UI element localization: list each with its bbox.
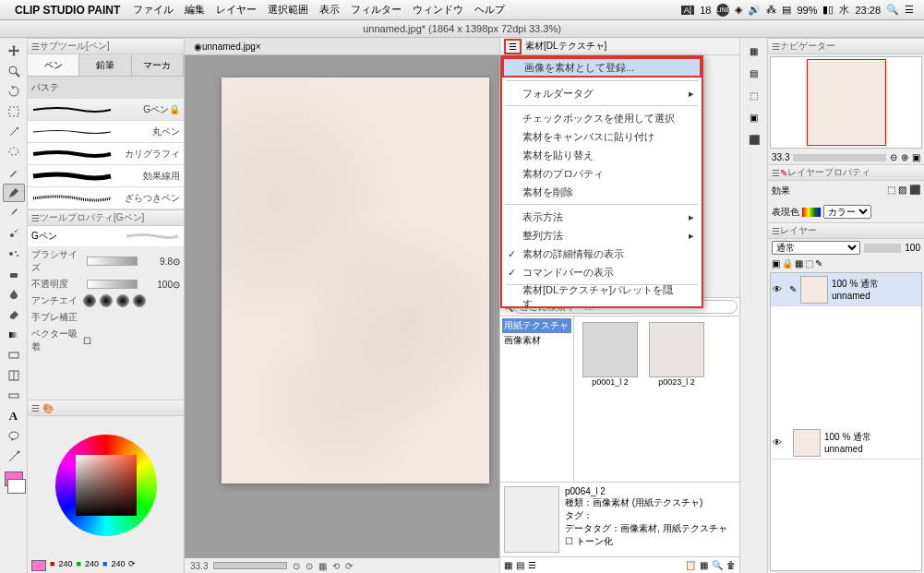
- menu-folder-tag[interactable]: フォルダータグ▸: [502, 84, 702, 102]
- prop-antialias[interactable]: アンチエイ: [28, 292, 184, 309]
- tool-text[interactable]: A: [3, 407, 25, 425]
- brush-gpen[interactable]: Gペン🔒: [28, 99, 184, 121]
- mat-tool-icon[interactable]: 🗑: [726, 560, 736, 570]
- tool-blend[interactable]: [3, 285, 25, 304]
- tool-brush[interactable]: [3, 204, 25, 222]
- menu-hide-palette[interactable]: 素材[DLテクスチャ]パレットを隠す: [502, 288, 702, 306]
- layer-opacity-slider[interactable]: [864, 244, 901, 253]
- nav-slider[interactable]: [793, 154, 886, 161]
- layer-tool-icon[interactable]: ▦: [795, 258, 803, 269]
- tool-rotate[interactable]: [3, 82, 25, 101]
- color-swatch[interactable]: [31, 560, 46, 571]
- mat-tool-icon[interactable]: 📋: [685, 560, 696, 570]
- menu-register-material[interactable]: 画像を素材として登録...: [502, 57, 702, 78]
- menu-show-detail[interactable]: ✓素材の詳細情報の表示: [502, 245, 702, 263]
- footer-icon[interactable]: ⟲: [332, 561, 340, 571]
- menu-view-method[interactable]: 表示方法▸: [502, 208, 702, 226]
- tool-marquee[interactable]: [3, 102, 25, 121]
- visibility-icon[interactable]: 👁: [773, 284, 786, 294]
- tool-correct[interactable]: [3, 448, 25, 466]
- tool-eraser[interactable]: [3, 265, 25, 283]
- tree-image-material[interactable]: 画像素材: [502, 333, 571, 348]
- menu-delete[interactable]: 素材を削除: [502, 183, 702, 201]
- footer-icon[interactable]: ⊙: [293, 561, 300, 571]
- mat-tool-icon[interactable]: ▤: [516, 560, 524, 570]
- menu-show-cmdbar[interactable]: ✓コマンドバーの表示: [502, 263, 702, 281]
- mat-tool-icon[interactable]: ▦: [504, 560, 512, 570]
- mat-tool-icon[interactable]: ▦: [700, 560, 708, 570]
- canvas-tab[interactable]: ◉ unnamed.jpg ×: [185, 38, 499, 55]
- layer-row[interactable]: 👁 100 % 通常unnamed: [771, 426, 921, 460]
- subtool-tab-pen[interactable]: ペン: [28, 54, 79, 76]
- prop-opacity[interactable]: 不透明度100⊙: [28, 276, 184, 292]
- layer-tool-icon[interactable]: ⬚: [805, 258, 813, 269]
- tool-lasso[interactable]: [3, 143, 25, 161]
- menu-properties[interactable]: 素材のプロパティ: [502, 164, 702, 183]
- tool-wand[interactable]: [3, 123, 25, 141]
- menu-checkbox-select[interactable]: チェックボックスを使用して選択: [502, 109, 702, 127]
- tool-decoration[interactable]: [3, 245, 25, 263]
- tool-frame[interactable]: [3, 366, 25, 385]
- tool-shape[interactable]: [3, 346, 25, 364]
- menu-paste-canvas[interactable]: 素材をキャンバスに貼り付け: [502, 127, 702, 146]
- zoom-in-icon[interactable]: ⊕: [901, 152, 908, 162]
- swatch-bg[interactable]: [7, 479, 26, 494]
- brush-rough[interactable]: ざらつきペン: [28, 187, 184, 209]
- material-thumb[interactable]: p0023_l 2: [646, 322, 707, 403]
- layer-tool-icon[interactable]: ✎: [815, 258, 822, 269]
- canvas[interactable]: [185, 55, 499, 558]
- tool-fill[interactable]: [3, 305, 25, 324]
- spotlight-icon[interactable]: 🔍: [886, 4, 899, 16]
- blend-mode-select[interactable]: 通常: [772, 241, 860, 255]
- layer-tool-icon[interactable]: ▣: [772, 258, 780, 269]
- prop-brushsize[interactable]: ブラシサイズ9.8⊙: [28, 246, 184, 276]
- brush-calli[interactable]: カリグラフィ: [28, 143, 184, 165]
- layer-tool-icon[interactable]: 🔒: [782, 258, 793, 269]
- visibility-icon[interactable]: 👁: [773, 437, 786, 448]
- prop-vector[interactable]: ベクター吸着☐: [28, 326, 184, 355]
- tool-ruler[interactable]: [3, 387, 25, 405]
- tool-balloon[interactable]: [3, 427, 25, 446]
- tool-pen[interactable]: [3, 184, 25, 202]
- brush-maru[interactable]: 丸ペン: [28, 121, 184, 143]
- footer-icon[interactable]: ▦: [318, 561, 327, 571]
- menu-file[interactable]: ファイル: [133, 3, 174, 17]
- app-name[interactable]: CLIP STUDIO PAINT: [15, 4, 120, 17]
- navigator-view[interactable]: [770, 56, 922, 149]
- quick-access[interactable]: ▤: [743, 64, 765, 82]
- tool-zoom[interactable]: [3, 62, 25, 80]
- layer-row[interactable]: 👁 ✎ 100 % 通常unnamed: [771, 273, 921, 306]
- subtool-tab-pencil[interactable]: 鉛筆: [79, 54, 131, 76]
- menu-sort-method[interactable]: 整列方法▸: [502, 226, 702, 245]
- quick-access[interactable]: ⬚: [743, 86, 765, 104]
- menu-icon[interactable]: ☰: [905, 4, 914, 16]
- menu-replace[interactable]: 素材を貼り替え: [502, 146, 702, 164]
- expression-select[interactable]: カラー: [823, 205, 871, 219]
- zoom-out-icon[interactable]: ⊖: [890, 152, 897, 162]
- mat-tool-icon[interactable]: ☰: [528, 560, 536, 570]
- prop-stabilize[interactable]: 手ブレ補正: [28, 309, 184, 326]
- footer-icon[interactable]: ⟳: [345, 561, 353, 571]
- menu-window[interactable]: ウィンドウ: [413, 3, 463, 17]
- menu-layer[interactable]: レイヤー: [216, 3, 257, 17]
- quick-access[interactable]: ▣: [743, 108, 765, 126]
- material-menu-button[interactable]: ☰: [504, 39, 522, 54]
- color-wheel[interactable]: [28, 416, 184, 555]
- zoom-slider[interactable]: [213, 562, 287, 569]
- tree-paper-texture[interactable]: 用紙テクスチャ: [502, 318, 571, 333]
- quick-access[interactable]: ⬛: [743, 130, 765, 149]
- material-thumb[interactable]: p0001_l 2: [580, 322, 641, 403]
- tool-airbrush[interactable]: [3, 224, 25, 243]
- menu-select[interactable]: 選択範囲: [268, 3, 308, 17]
- fit-icon[interactable]: ▣: [912, 152, 920, 162]
- subtool-pastel[interactable]: パステ: [28, 77, 184, 99]
- menu-help[interactable]: ヘルプ: [474, 3, 505, 17]
- layerprop-expression[interactable]: 表現色 カラー: [772, 205, 920, 219]
- subtool-tab-marker[interactable]: マーカ: [132, 54, 184, 76]
- mat-tool-icon[interactable]: 🔍: [712, 560, 723, 570]
- quick-access[interactable]: ▦: [743, 42, 765, 60]
- brush-effect[interactable]: 効果線用: [28, 165, 184, 187]
- tool-move[interactable]: [3, 42, 25, 60]
- tool-gradient[interactable]: [3, 326, 25, 344]
- tool-eyedropper[interactable]: [3, 163, 25, 182]
